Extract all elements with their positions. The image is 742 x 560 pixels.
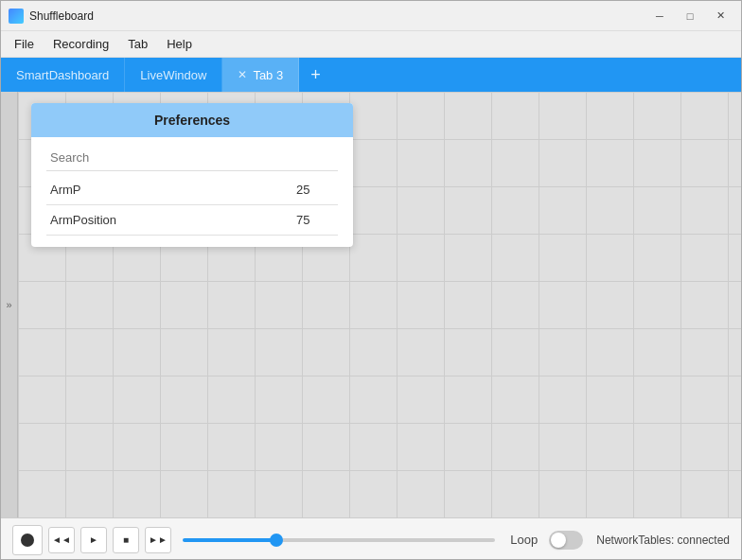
maximize-button[interactable]: □ [677, 7, 703, 26]
title-text: Shuffleboard [29, 9, 646, 23]
record-button[interactable] [12, 525, 43, 555]
loop-toggle[interactable] [549, 531, 583, 550]
pref-key-armp: ArmP [50, 183, 296, 197]
record-dot-icon [21, 534, 34, 547]
close-button[interactable]: ✕ [707, 7, 733, 26]
minimize-button[interactable]: ─ [646, 7, 673, 26]
menu-tab[interactable]: Tab [118, 33, 157, 55]
side-panel-toggle[interactable]: » [1, 92, 18, 517]
network-status: NetworkTables: connected [596, 534, 730, 547]
preferences-body: ArmP 25 ArmPosition 75 [31, 137, 353, 247]
loop-toggle-knob [551, 533, 566, 548]
play-button[interactable]: ► [80, 527, 107, 553]
menu-help[interactable]: Help [157, 33, 202, 55]
skip-forward-button[interactable]: ►► [145, 527, 171, 553]
slider-thumb[interactable] [270, 534, 283, 547]
preferences-widget: Preferences ArmP 25 ArmPosition 75 [31, 103, 353, 247]
title-bar: Shuffleboard ─ □ ✕ [1, 1, 741, 31]
pref-value-armp: 25 [296, 183, 334, 197]
menu-file[interactable]: File [5, 33, 44, 55]
menu-bar: File Recording Tab Help [1, 31, 741, 58]
tab-tab3[interactable]: ✕ Tab 3 [222, 58, 299, 92]
tab-livewindow[interactable]: LiveWindow [125, 58, 222, 92]
preferences-search-input[interactable] [46, 145, 338, 171]
bottom-bar: ◄◄ ► ■ ►► Loop NetworkTables: connected [1, 517, 741, 560]
tab-smartdashboard[interactable]: SmartDashboard [1, 58, 125, 92]
window-controls: ─ □ ✕ [646, 7, 733, 26]
canvas-area: Preferences ArmP 25 ArmPosition 75 [18, 92, 741, 517]
tab-close-icon[interactable]: ✕ [238, 68, 247, 81]
pref-value-armposition: 75 [296, 213, 334, 227]
stop-button[interactable]: ■ [113, 527, 139, 553]
tab-add-button[interactable]: + [299, 58, 332, 92]
main-area: » Preferences ArmP 25 ArmPosition 75 [1, 92, 741, 517]
menu-recording[interactable]: Recording [44, 33, 118, 55]
preferences-row: ArmPosition 75 [46, 205, 338, 236]
pref-key-armposition: ArmPosition [50, 213, 296, 227]
progress-slider[interactable] [183, 538, 495, 542]
tab-bar: SmartDashboard LiveWindow ✕ Tab 3 + [1, 58, 741, 92]
preferences-row: ArmP 25 [46, 175, 338, 205]
loop-label: Loop [510, 533, 538, 547]
skip-back-button[interactable]: ◄◄ [48, 527, 75, 553]
app-icon [9, 9, 24, 24]
preferences-header: Preferences [31, 103, 353, 137]
